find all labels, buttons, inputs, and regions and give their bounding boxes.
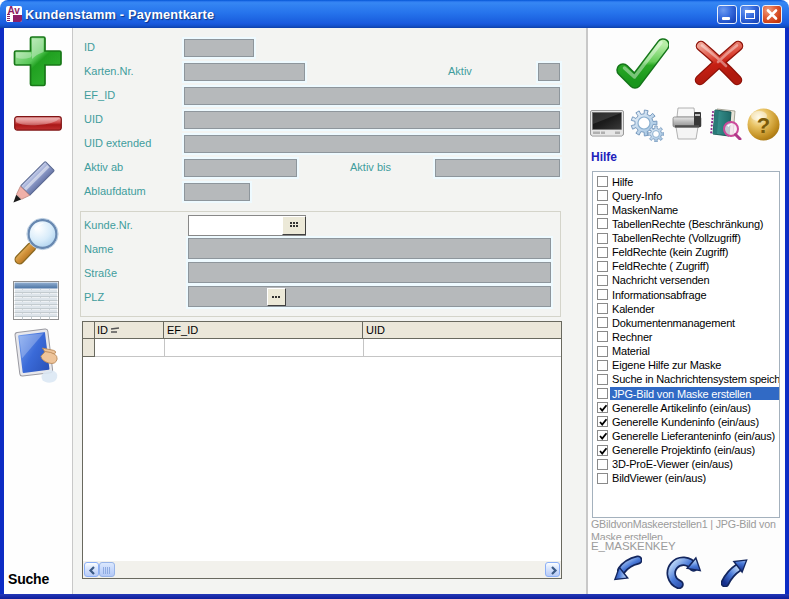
svg-text:?: ? bbox=[757, 113, 770, 138]
